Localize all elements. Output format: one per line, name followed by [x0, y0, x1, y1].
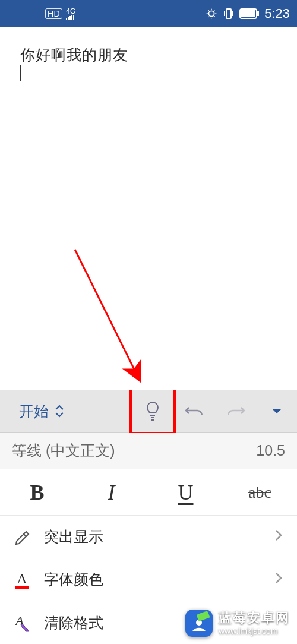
battery-icon — [239, 8, 260, 19]
status-bar: HD 4G 5:23 — [0, 0, 297, 27]
font-info-row[interactable]: 等线 (中文正文) 10.5 — [0, 433, 297, 469]
signal-4g-indicator: 4G — [66, 8, 75, 20]
undo-button[interactable] — [173, 390, 215, 432]
vibrate-icon — [223, 7, 235, 20]
svg-rect-4 — [241, 10, 255, 17]
ribbon-tab-selector[interactable]: 开始 — [0, 390, 83, 432]
network-label: 4G — [66, 8, 75, 15]
text-style-row: B I U abc — [0, 469, 297, 516]
clear-format-icon: A — [12, 613, 32, 633]
watermark-title: 蓝莓安卓网 — [219, 610, 290, 626]
document-area[interactable]: 你好啊我的朋友 — [0, 27, 297, 390]
expand-button[interactable] — [257, 390, 297, 432]
strikethrough-button[interactable]: abc — [223, 483, 297, 502]
toolbar-spacer — [83, 390, 132, 432]
chevron-right-icon — [274, 571, 283, 588]
toolbar: 开始 — [0, 390, 297, 433]
undo-icon — [184, 403, 204, 419]
watermark-url: www.lmkjst.com — [219, 626, 290, 636]
watermark-badge-icon — [185, 610, 213, 637]
document-text: 你好啊我的朋友 — [20, 46, 128, 63]
redo-icon — [226, 403, 246, 419]
redo-button[interactable] — [215, 390, 257, 432]
clock: 5:23 — [264, 6, 290, 21]
svg-line-5 — [75, 250, 138, 378]
bold-button[interactable]: B — [0, 480, 74, 505]
status-right: 5:23 — [205, 6, 290, 21]
watermark: 蓝莓安卓网 www.lmkjst.com — [185, 610, 290, 637]
underline-button[interactable]: U — [148, 480, 223, 505]
svg-text:A: A — [17, 571, 27, 586]
watermark-text: 蓝莓安卓网 www.lmkjst.com — [219, 610, 290, 636]
lightbulb-icon — [144, 400, 161, 422]
font-name-label: 等线 (中文正文) — [12, 441, 256, 460]
highlighter-icon — [12, 527, 32, 547]
highlight-menu-item[interactable]: 突出显示 — [0, 516, 297, 558]
ribbon-tab-label: 开始 — [19, 402, 49, 421]
status-left: HD 4G — [45, 8, 75, 20]
eye-comfort-icon — [205, 7, 218, 20]
font-color-icon: A — [12, 570, 32, 590]
tell-me-button[interactable] — [132, 390, 173, 432]
svg-rect-3 — [257, 11, 259, 16]
annotation-arrow — [0, 27, 297, 390]
svg-rect-1 — [226, 9, 231, 18]
updown-icon — [55, 405, 64, 418]
highlight-label: 突出显示 — [44, 527, 263, 547]
chevron-right-icon — [274, 528, 283, 545]
italic-button[interactable]: I — [74, 480, 148, 505]
font-size-label: 10.5 — [256, 442, 285, 459]
text-cursor — [20, 65, 21, 81]
hd-indicator: HD — [45, 8, 62, 19]
caret-down-icon — [271, 408, 283, 415]
font-color-label: 字体颜色 — [44, 570, 263, 589]
svg-rect-7 — [15, 586, 29, 589]
font-color-menu-item[interactable]: A 字体颜色 — [0, 558, 297, 601]
svg-point-0 — [209, 11, 214, 16]
